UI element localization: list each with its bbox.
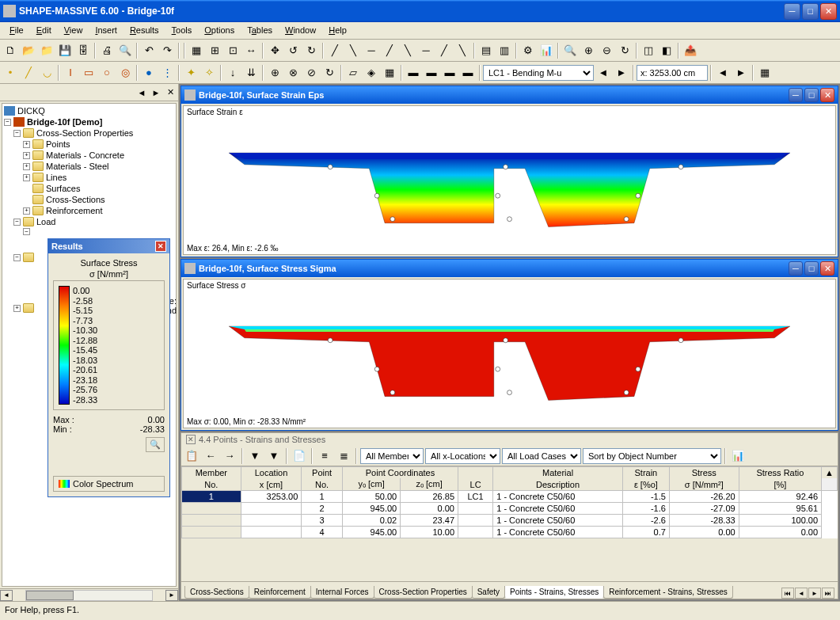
curve-icon[interactable]: ◡ [38,64,55,82]
tree-points[interactable]: Points [46,139,70,149]
tree-toggle-load[interactable]: − [13,219,21,226]
tree-toggle[interactable]: − [13,254,21,261]
tab-points-strains[interactable]: Points - Strains, Stresses [504,586,604,599]
section-ring-icon[interactable]: ◎ [116,64,134,82]
th-scroll-up[interactable]: ▲ [822,467,838,479]
tree-load[interactable]: Load [36,217,55,226]
tree-toggle-csp[interactable]: − [13,130,21,137]
tree-surfaces[interactable]: Surfaces [46,184,80,193]
rotate-left-icon[interactable]: ↺ [284,42,302,59]
tree-project[interactable]: Bridge-10f [Demo] [27,117,102,127]
menu-results[interactable]: Results [124,24,165,37]
menu-insert[interactable]: Insert [89,24,124,37]
select-2-icon[interactable]: ◈ [363,64,380,82]
rotate-right-icon[interactable]: ↻ [302,42,320,59]
tab-cross-sections[interactable]: Cross-Sections [184,586,249,599]
view-3-icon[interactable]: ⊘ [302,64,320,82]
prev-pos-icon[interactable]: ◄ [714,64,732,82]
tree-toggle-project[interactable]: − [4,119,11,126]
line-1-icon[interactable]: ╱ [326,42,344,59]
print-icon[interactable]: 🖨 [98,42,116,59]
table-row[interactable]: 13253.00150.0026.85LC11 - Concrete C50/6… [182,491,838,503]
rebar-2-icon[interactable]: ⋮ [158,64,176,82]
result-3-icon[interactable]: ▬ [441,64,458,82]
th-scroll-down[interactable] [822,478,838,491]
menu-file[interactable]: File [3,24,30,37]
select-1-icon[interactable]: ▱ [344,64,362,82]
results-table[interactable]: Member Location Point Point Coordinates … [181,466,838,538]
minimize-button[interactable]: ─ [784,3,800,20]
dimension-icon[interactable]: ↔ [242,42,260,59]
tree-toggle[interactable]: + [23,174,30,181]
tree-csp[interactable]: Cross-Section Properties [36,128,133,138]
menu-tools[interactable]: Tools [165,24,199,37]
menu-help[interactable]: Help [322,24,353,37]
undo-icon[interactable]: ↶ [140,42,158,59]
tree-toggle[interactable]: + [23,163,30,170]
nav-prev-icon[interactable]: ◄ [135,86,148,99]
select-3-icon[interactable]: ▦ [381,64,398,82]
line-8-icon[interactable]: ╲ [454,42,471,59]
sort-combo[interactable]: Sort by Object Number [583,448,721,464]
th-stress[interactable]: Stress [669,467,739,479]
move-icon[interactable]: ✥ [266,42,283,59]
line-7-icon[interactable]: ╱ [435,42,453,59]
tab-safety[interactable]: Safety [472,586,505,599]
view-4-icon[interactable]: ↻ [321,64,338,82]
table-filter-1-icon[interactable]: ▼ [246,447,264,465]
mdi-minimize-button[interactable]: ─ [789,88,803,102]
point-icon[interactable]: • [2,64,19,82]
table-prev-icon[interactable]: ← [202,447,219,465]
view-2-icon[interactable]: ⊗ [284,64,302,82]
tab-next-icon[interactable]: ► [808,588,821,599]
export-icon[interactable]: 📤 [682,42,699,59]
tab-reinf-strains[interactable]: Reinforcement - Strains, Stresses [603,586,733,599]
tab-csp[interactable]: Cross-Section Properties [374,586,473,599]
th-coords[interactable]: Point Coordinates [342,467,458,479]
result-4-icon[interactable]: ▬ [459,64,477,82]
table-row[interactable]: 2945.000.001 - Concrete C50/60-1.6-27.09… [182,503,838,515]
table-2-icon[interactable]: ▥ [496,42,513,59]
star-1-icon[interactable]: ✦ [182,64,200,82]
tab-reinforcement[interactable]: Reinforcement [249,586,311,599]
table-filter-2-icon[interactable]: ▼ [265,447,283,465]
load-1-icon[interactable]: ↓ [224,64,241,82]
refresh-icon[interactable]: ↻ [616,42,633,59]
mdi-maximize-button[interactable]: □ [804,261,819,276]
layout-icon[interactable]: ▦ [756,64,773,82]
line-6-icon[interactable]: ─ [417,42,435,59]
snap-icon[interactable]: ⊡ [224,42,241,59]
tool-b-icon[interactable]: ◧ [658,42,675,59]
open-icon[interactable]: 📂 [20,42,37,59]
th-strain[interactable]: Strain [622,467,669,479]
next-pos-icon[interactable]: ► [732,64,750,82]
section-circle-icon[interactable]: ○ [98,64,116,82]
browse-icon[interactable]: 📁 [38,42,55,59]
table-view-2-icon[interactable]: ≣ [335,447,352,465]
redo-icon[interactable]: ↷ [158,42,176,59]
loadcases-combo[interactable]: All Load Cases [502,448,581,464]
next-lc-icon[interactable]: ► [613,64,630,82]
tree-toggle[interactable]: + [23,141,30,148]
tab-first-icon[interactable]: ⏮ [781,588,794,599]
table-tool-1-icon[interactable]: 📋 [183,447,200,465]
table-excel-icon[interactable]: 📊 [729,447,747,465]
mdi-minimize-button[interactable]: ─ [789,261,803,276]
menu-window[interactable]: Window [279,24,322,37]
color-spectrum-button[interactable]: Color Spectrum [53,476,165,492]
mdi-close-button[interactable]: ✕ [820,261,834,276]
section-i-icon[interactable]: I [62,64,79,82]
nav-hscroll[interactable]: ◄ ► [0,588,178,601]
grid-icon[interactable]: ▦ [188,42,205,59]
tree-toggle[interactable]: + [13,305,21,312]
th-ratio[interactable]: Stress Ratio [739,467,821,479]
line-4-icon[interactable]: ╱ [381,42,398,59]
tab-last-icon[interactable]: ⏭ [822,588,834,599]
load-2-icon[interactable]: ⇊ [242,64,260,82]
table-close-icon[interactable]: ✕ [186,435,196,444]
tree-toggle[interactable]: + [23,152,30,159]
table-next-icon[interactable]: → [221,447,238,465]
table-row[interactable]: 4945.0010.001 - Concrete C50/600.70.000.… [182,527,838,538]
nav-next-icon[interactable]: ► [150,86,162,99]
zoom-legend-icon[interactable]: 🔍 [146,437,165,452]
